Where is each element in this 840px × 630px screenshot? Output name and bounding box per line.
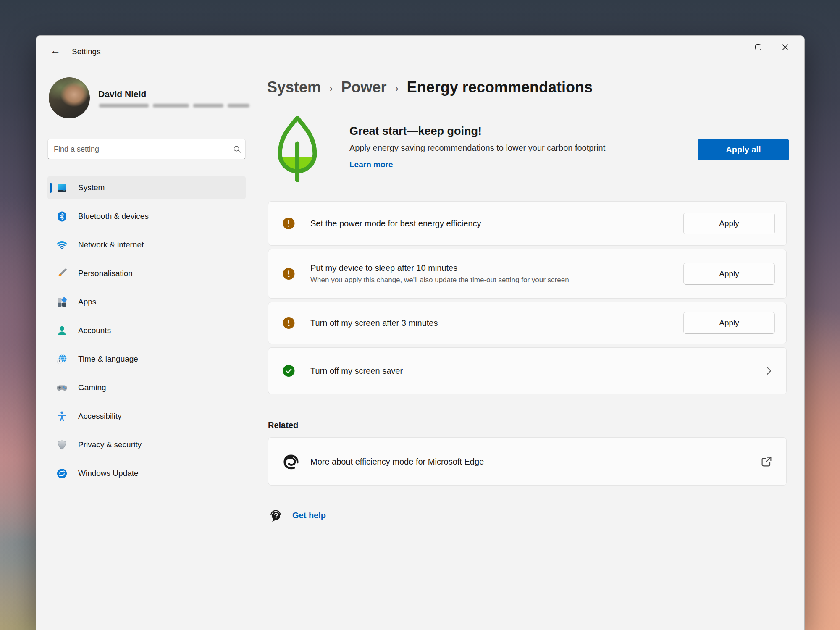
recommendation-title: Turn off my screen after 3 minutes <box>310 318 438 328</box>
page-title: Energy recommendations <box>407 79 593 96</box>
banner-subtitle: Apply energy saving recommendations to l… <box>349 143 605 153</box>
chevron-right-icon[interactable] <box>766 366 772 375</box>
recommendation-row-screen-off: Turn off my screen after 3 minutes Apply <box>268 302 787 344</box>
related-heading: Related <box>268 420 298 430</box>
get-help-link[interactable]: Get help <box>268 508 326 523</box>
person-icon <box>56 325 68 336</box>
sidebar-item-accounts[interactable]: Accounts <box>47 319 246 342</box>
sidebar-item-gaming[interactable]: Gaming <box>47 376 246 399</box>
external-link-icon <box>760 455 773 468</box>
recommendation-row-screen-saver[interactable]: Turn off my screen saver <box>268 347 787 394</box>
energy-leaf-icon <box>274 113 321 185</box>
sidebar-item-accessibility[interactable]: Accessibility <box>47 404 246 428</box>
sidebar-item-apps[interactable]: Apps <box>47 290 246 314</box>
sidebar-item-network-internet[interactable]: Network & internet <box>47 233 246 257</box>
user-name: David Nield <box>98 89 146 99</box>
globe-clock-icon <box>56 354 68 365</box>
recommendation-title: Set the power mode for best energy effic… <box>310 219 481 228</box>
update-icon <box>56 468 68 479</box>
breadcrumb-system[interactable]: System <box>267 79 321 96</box>
recommendation-title: Turn off my screen saver <box>310 366 403 376</box>
recommendation-subtitle: When you apply this change, we'll also u… <box>310 276 569 284</box>
sidebar-item-bluetooth-devices[interactable]: Bluetooth & devices <box>47 205 246 228</box>
search-icon[interactable] <box>228 145 245 153</box>
sidebar: David Nield <box>47 61 246 630</box>
learn-more-link[interactable]: Learn more <box>349 160 393 169</box>
shield-icon <box>56 439 68 451</box>
user-avatar[interactable] <box>49 77 90 118</box>
settings-window: ← Settings David Nield <box>36 35 805 630</box>
warning-icon <box>282 268 295 281</box>
edge-logo-icon <box>282 453 300 470</box>
search-input[interactable] <box>48 145 228 154</box>
breadcrumb-separator: › <box>329 81 333 94</box>
recommendation-list: Set the power mode for best energy effic… <box>268 201 787 394</box>
paintbrush-icon <box>56 268 68 279</box>
accessibility-person-icon <box>56 411 68 422</box>
bluetooth-icon <box>56 211 68 222</box>
wifi-icon <box>56 239 68 251</box>
banner-title: Great start—keep going! <box>349 125 605 138</box>
check-icon <box>282 365 295 378</box>
sidebar-item-windows-update[interactable]: Windows Update <box>47 462 246 485</box>
apps-icon <box>56 297 68 308</box>
apply-button[interactable]: Apply <box>683 263 775 285</box>
back-arrow-icon: ← <box>50 45 60 56</box>
sidebar-item-system[interactable]: System <box>47 176 246 200</box>
sidebar-item-personalisation[interactable]: Personalisation <box>47 262 246 285</box>
apply-all-button[interactable]: Apply all <box>698 139 789 160</box>
window-title: Settings <box>72 47 101 56</box>
recommendation-row-power-mode: Set the power mode for best energy effic… <box>268 201 787 246</box>
main-content: System › Power › Energy recommendations … <box>267 36 789 630</box>
system-icon <box>56 182 68 194</box>
get-help-label: Get help <box>292 511 326 520</box>
apply-button[interactable]: Apply <box>683 312 775 334</box>
selected-indicator <box>50 183 52 193</box>
search-box <box>47 139 246 159</box>
warning-icon <box>282 217 295 230</box>
related-label: More about efficiency mode for Microsoft… <box>310 457 484 466</box>
back-button[interactable]: ← <box>47 43 64 58</box>
breadcrumb-power[interactable]: Power <box>341 79 386 96</box>
breadcrumb-separator: › <box>395 81 398 94</box>
recommendation-title: Put my device to sleep after 10 minutes <box>310 263 569 273</box>
recommendation-row-sleep: Put my device to sleep after 10 minutes … <box>268 249 787 299</box>
sidebar-item-privacy-security[interactable]: Privacy & security <box>47 433 246 457</box>
energy-banner: Great start—keep going! Apply energy sav… <box>349 125 605 169</box>
sidebar-item-time-language[interactable]: Time & language <box>47 347 246 371</box>
help-bubble-icon <box>268 508 283 523</box>
warning-icon <box>282 317 295 330</box>
breadcrumb: System › Power › Energy recommendations <box>267 79 593 96</box>
sidebar-nav: System Bluetooth & devices Network & int… <box>47 176 246 485</box>
related-edge-link[interactable]: More about efficiency mode for Microsoft… <box>268 437 787 486</box>
apply-button[interactable]: Apply <box>683 213 775 234</box>
gamepad-icon <box>56 382 68 394</box>
user-email-redacted <box>99 104 249 108</box>
